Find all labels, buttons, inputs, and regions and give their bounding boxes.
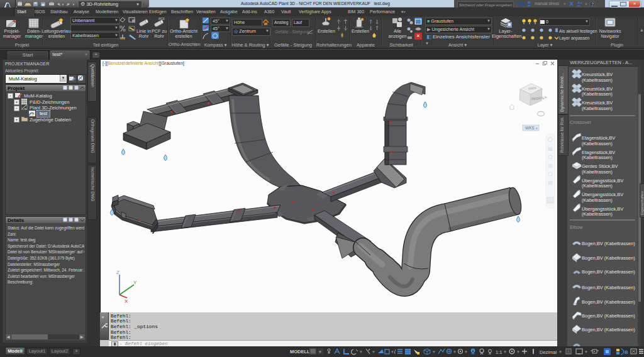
svg-text:Bogen,BV (Kabeltrassen): Bogen,BV (Kabeltrassen) [582,327,635,332]
svg-text:(Kabeltrassen): (Kabeltrassen) [582,169,613,175]
svg-text:B: B [625,349,628,355]
svg-text:RECHTS: RECHTS [531,97,544,101]
svg-text:Z: Z [116,270,119,275]
svg-text:Bogen,BV (Kabeltrassen): Bogen,BV (Kabeltrassen) [582,313,635,319]
svg-text:▼: ▼ [584,350,588,354]
svg-text:▼: ▼ [464,350,468,354]
svg-text:(Kabeltrassen): (Kabeltrassen) [582,141,613,146]
svg-text:▼: ▼ [558,350,562,354]
svg-text:Dezimal: Dezimal [540,349,557,355]
svg-text:▼: ▼ [318,350,322,354]
svg-text:▼: ▼ [432,350,436,354]
svg-text:?: ? [591,2,594,6]
svg-text:manual stress: manual stress [535,1,559,6]
svg-text:WKS: WKS [525,126,535,130]
svg-text:(Kabeltrassen): (Kabeltrassen) [582,91,613,97]
svg-text:Bogen,BV (Kabeltrassen): Bogen,BV (Kabeltrassen) [582,241,635,246]
svg-text:(Kabeltrassen): (Kabeltrassen) [582,77,613,83]
svg-text:▼: ▼ [584,3,588,6]
svg-text:X: X [125,299,128,304]
svg-text:Y: Y [133,280,137,285]
svg-text:Bogen,BV (Kabeltrassen): Bogen,BV (Kabeltrassen) [582,299,635,305]
svg-text:×: × [564,2,566,6]
svg-text:(Kabeltrassen): (Kabeltrassen) [582,197,613,203]
svg-text:▼: ▼ [516,350,520,354]
svg-text:▼: ▼ [503,350,507,354]
svg-text:▼: ▼ [359,350,363,354]
svg-text:(Kabeltrassen): (Kabeltrassen) [582,183,613,189]
svg-text:▼: ▼ [535,127,538,130]
svg-text:(Kabeltrassen): (Kabeltrassen) [582,106,613,111]
svg-text:Bogen,BV (Kabeltrassen): Bogen,BV (Kabeltrassen) [582,285,635,290]
svg-text:Bogen,BV (Kabeltrassen): Bogen,BV (Kabeltrassen) [582,269,635,275]
svg-text:(Kabeltrassen): (Kabeltrassen) [582,211,613,217]
svg-text:1:1: 1:1 [496,349,502,355]
svg-text:(Kabeltrassen): (Kabeltrassen) [582,155,613,160]
svg-text:▼: ▼ [372,350,375,354]
svg-text:Bogen,BV (Kabeltrassen): Bogen,BV (Kabeltrassen) [582,255,635,261]
svg-text:Crossover: Crossover [570,119,592,125]
svg-text:Elbow: Elbow [570,224,583,230]
svg-text:▼: ▼ [391,350,394,354]
svg-text:▼: ▼ [453,350,457,354]
